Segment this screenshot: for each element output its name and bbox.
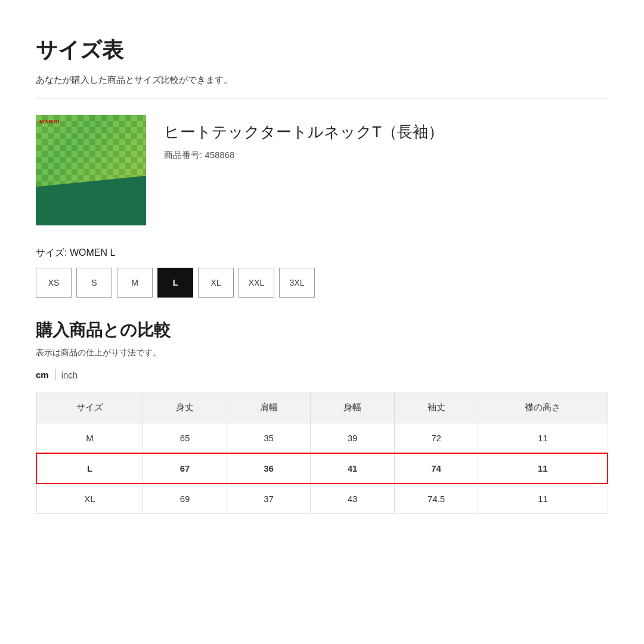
cell-collar-xl: 11: [478, 484, 608, 514]
size-table: サイズ 身丈 肩幅 身幅 袖丈 襟の高さ M 65 35 39 72 11 L …: [36, 392, 608, 514]
page-title: サイズ表: [36, 36, 608, 65]
col-header-length: 身丈: [143, 392, 227, 423]
cell-length-xl: 69: [143, 484, 227, 514]
cell-shoulder: 35: [227, 423, 311, 454]
cell-shoulder-xl: 37: [227, 484, 311, 514]
size-btn-3xl[interactable]: 3XL: [279, 268, 315, 298]
cell-shoulder-l: 36: [227, 453, 311, 484]
cell-length: 65: [143, 423, 227, 454]
col-header-sleeve: 袖丈: [394, 392, 478, 423]
size-btn-l[interactable]: L: [157, 268, 193, 298]
col-header-size: サイズ: [36, 392, 143, 423]
table-row-highlighted: L 67 36 41 74 11: [36, 453, 608, 484]
col-header-width: 身幅: [311, 392, 395, 423]
col-header-shoulder: 肩幅: [227, 392, 311, 423]
cell-sleeve: 72: [394, 423, 478, 454]
product-section: MARNI ヒートテックタートルネックT（長袖） 商品番号: 458868: [36, 115, 608, 225]
col-header-collar: 襟の高さ: [478, 392, 608, 423]
size-btn-s[interactable]: S: [76, 268, 112, 298]
unit-inch[interactable]: inch: [61, 370, 78, 380]
cell-width-l: 41: [311, 453, 395, 484]
product-info: ヒートテックタートルネックT（長袖） 商品番号: 458868: [164, 115, 444, 161]
size-btn-xxl[interactable]: XXL: [239, 268, 274, 298]
product-logo: MARNI: [39, 119, 60, 125]
table-header-row: サイズ 身丈 肩幅 身幅 袖丈 襟の高さ: [36, 392, 608, 423]
cell-collar-l: 11: [478, 453, 608, 484]
cell-size-xl: XL: [36, 484, 143, 514]
size-btn-xs[interactable]: XS: [36, 268, 72, 298]
cell-size-l: L: [36, 453, 143, 484]
cell-length-l: 67: [143, 453, 227, 484]
product-image: MARNI: [36, 115, 146, 225]
unit-cm[interactable]: cm: [36, 370, 49, 380]
cell-width-xl: 43: [311, 484, 395, 514]
product-number-label: 商品番号:: [164, 150, 202, 160]
cell-size: M: [36, 423, 143, 454]
cell-sleeve-xl: 74.5: [394, 484, 478, 514]
table-row: M 65 35 39 72 11: [36, 423, 608, 454]
unit-divider: [55, 369, 55, 380]
size-label: サイズ: WOMEN L: [36, 247, 608, 259]
product-number-value: 458868: [205, 150, 234, 160]
page-subtitle: あなたが購入した商品とサイズ比較ができます。: [36, 75, 608, 86]
divider: [36, 98, 608, 98]
comparison-title: 購入商品との比較: [36, 319, 608, 342]
cell-sleeve-l: 74: [394, 453, 478, 484]
size-btn-m[interactable]: M: [117, 268, 153, 298]
product-number: 商品番号: 458868: [164, 150, 444, 161]
comparison-note: 表示は商品の仕上がり寸法です。: [36, 348, 608, 358]
product-image-inner: [36, 115, 146, 225]
size-buttons: XS S M L XL XXL 3XL: [36, 268, 608, 298]
table-row: XL 69 37 43 74.5 11: [36, 484, 608, 514]
size-btn-xl[interactable]: XL: [198, 268, 234, 298]
product-name: ヒートテックタートルネックT（長袖）: [164, 121, 444, 143]
cell-collar: 11: [478, 423, 608, 454]
cell-width: 39: [311, 423, 395, 454]
unit-switch: cm inch: [36, 369, 608, 380]
